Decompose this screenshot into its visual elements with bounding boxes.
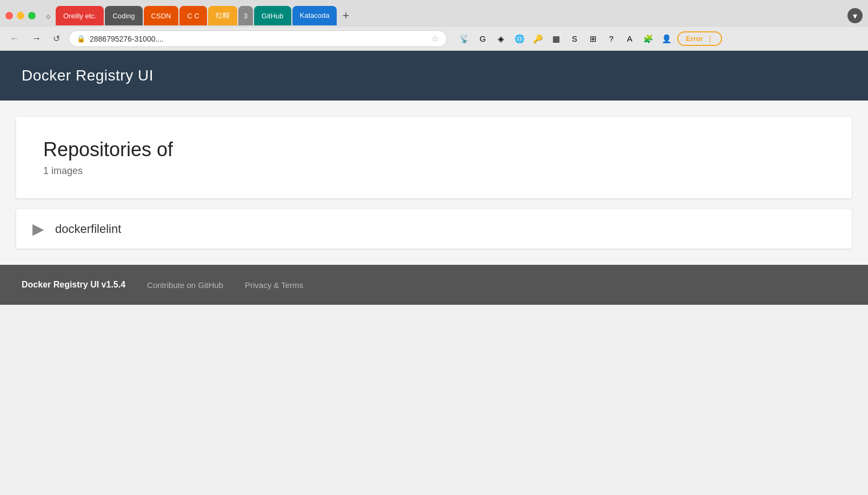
repositories-card: Repositories of 1 images [16, 117, 852, 198]
minimize-button[interactable] [17, 12, 24, 19]
funnel-icon: ⬦ [45, 10, 51, 22]
tab-oreilly[interactable]: Oreilly etc. [56, 6, 104, 25]
image-list-item[interactable]: ▶ dockerfilelint [16, 209, 852, 249]
image-name: dockerfilelint [55, 222, 121, 236]
tab-csdn-cc[interactable]: C C [179, 6, 206, 25]
tab-bar: ⬦ Oreilly etc. Coding CSDN C C 红帽 3 GitH… [0, 0, 868, 27]
reload-button[interactable]: ↺ [50, 32, 63, 45]
tab-manager-icon[interactable]: ⊞ [585, 31, 600, 46]
app-title: Docker Registry UI [22, 67, 153, 84]
tab-redhot[interactable]: 红帽 [208, 6, 237, 25]
tab-coding-label: Coding [112, 12, 135, 20]
tab-oreilly-label: Oreilly etc. [63, 12, 96, 20]
play-icon: ▶ [32, 220, 44, 238]
scholar-icon[interactable]: S [567, 31, 582, 46]
translate-icon[interactable]: 🌐 [512, 31, 527, 46]
repositories-title: Repositories of [43, 138, 825, 161]
main-area: Repositories of 1 images ▶ dockerfilelin… [0, 101, 868, 265]
bookmark-icon[interactable]: ☆ [431, 34, 439, 44]
url-text: 2886795276-31000.... [90, 35, 427, 43]
tab-coding[interactable]: Coding [105, 6, 142, 25]
lang-icon[interactable]: A [622, 31, 637, 46]
new-tab-button[interactable]: + [338, 6, 353, 25]
app-wrapper: Docker Registry UI Repositories of 1 ima… [0, 51, 868, 305]
tab-three-label: 3 [244, 12, 248, 20]
app-footer: Docker Registry UI v1.5.4 Contribute on … [0, 265, 868, 305]
traffic-lights [5, 12, 36, 19]
tab-csdn-label: CSDN [151, 12, 171, 20]
lock-icon: 🔒 [77, 35, 85, 43]
contribute-link[interactable]: Contribute on GitHub [147, 280, 223, 290]
tab-dropdown-button[interactable]: ▾ [847, 8, 863, 23]
images-count: 1 images [43, 165, 825, 177]
pocket-icon[interactable]: ◈ [493, 31, 509, 46]
error-button[interactable]: Error ⋮ [677, 31, 722, 46]
grammarly-icon[interactable]: G [475, 31, 490, 46]
error-menu-icon: ⋮ [706, 35, 713, 43]
puzzle-icon[interactable]: 🧩 [640, 31, 656, 46]
app-header: Docker Registry UI [0, 51, 868, 101]
footer-brand: Docker Registry UI v1.5.4 [22, 280, 125, 290]
address-bar: ← → ↺ 🔒 2886795276-31000.... ☆ 📡 G ◈ 🌐 🔑… [0, 27, 868, 50]
forward-button[interactable]: → [28, 32, 44, 45]
browser-actions: 📡 G ◈ 🌐 🔑 ▦ S ⊞ ? A 🧩 👤 Error ⋮ [457, 31, 722, 46]
tab-redhot-label: 红帽 [216, 11, 230, 21]
error-label: Error [686, 35, 703, 43]
back-button[interactable]: ← [6, 32, 23, 45]
tab-katacoda[interactable]: Katacoda [292, 6, 337, 25]
tab-github[interactable]: GitHub [254, 6, 291, 25]
tab-csdn-cc-label: C C [187, 12, 199, 20]
key-icon[interactable]: 🔑 [530, 31, 545, 46]
privacy-link[interactable]: Privacy & Terms [245, 280, 303, 290]
maximize-button[interactable] [28, 12, 36, 19]
tab-katacoda-label: Katacoda [300, 11, 330, 19]
cast-icon[interactable]: 📡 [457, 31, 472, 46]
qr-icon[interactable]: ▦ [549, 31, 564, 46]
close-button[interactable] [5, 12, 13, 19]
avatar-icon[interactable]: 👤 [659, 31, 674, 46]
browser-chrome: ⬦ Oreilly etc. Coding CSDN C C 红帽 3 GitH… [0, 0, 868, 51]
tab-csdn[interactable]: CSDN [144, 6, 179, 25]
tab-three[interactable]: 3 [238, 6, 253, 25]
url-bar[interactable]: 🔒 2886795276-31000.... ☆ [69, 30, 447, 47]
help-icon[interactable]: ? [604, 31, 619, 46]
tab-github-label: GitHub [262, 12, 283, 20]
